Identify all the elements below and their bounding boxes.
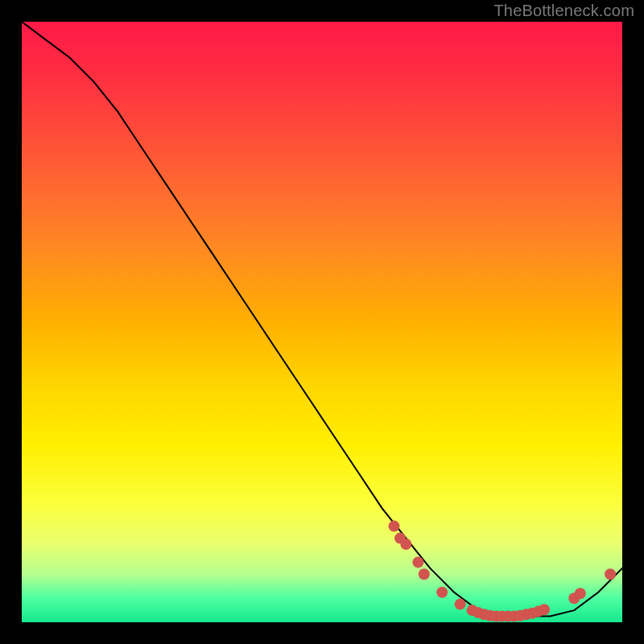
chart-frame: TheBottleneck.com — [0, 0, 644, 644]
chart-marker — [419, 568, 430, 580]
chart-marker — [400, 539, 411, 550]
chart-plot-area — [22, 22, 622, 622]
watermark-text: TheBottleneck.com — [493, 2, 634, 20]
chart-marker — [455, 599, 466, 610]
chart-svg — [22, 22, 622, 622]
chart-marker — [412, 556, 423, 568]
chart-marker — [605, 568, 616, 580]
chart-marker — [436, 587, 448, 598]
chart-marker — [539, 604, 550, 615]
chart-marker — [389, 521, 400, 532]
chart-marker — [575, 588, 586, 599]
chart-markers — [389, 521, 617, 622]
bottleneck-curve — [22, 22, 622, 617]
